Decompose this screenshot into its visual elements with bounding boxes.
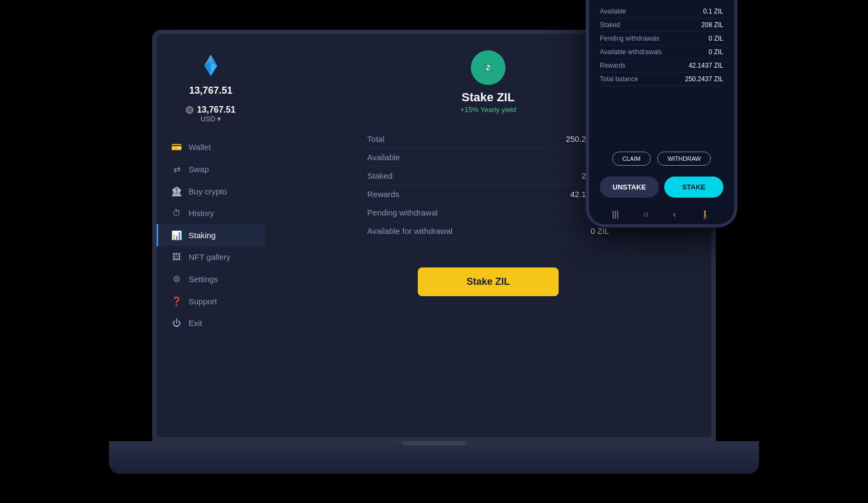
sidebar: 13,767.51 13,767.51 USD ▾ 💳 Wallet bbox=[157, 34, 265, 437]
main-navigation: 💳 Wallet ⇄ Swap 🏦 Buy crypto ⏱ History bbox=[157, 136, 265, 334]
phone-stat-total: Total balance 250.2437 ZIL bbox=[600, 73, 723, 86]
phone-stat-rewards: Rewards 42.1437 ZIL bbox=[600, 59, 723, 73]
sidebar-item-wallet[interactable]: 💳 Wallet bbox=[157, 136, 265, 158]
phone-overlay: 17:46 📶 🔋 ← Stakin bbox=[586, 0, 737, 227]
android-home-icon[interactable]: ○ bbox=[643, 210, 649, 219]
exit-icon: ⏻ bbox=[171, 318, 182, 328]
rewards-label: Rewards bbox=[367, 190, 399, 199]
stats-row-available-withdrawal: Available for withdrawal 0 ZIL bbox=[367, 222, 609, 240]
available-withdrawal-value: 0 ZIL bbox=[591, 226, 609, 236]
stats-row-staked: Staked 208 ZIL bbox=[367, 167, 609, 185]
sidebar-item-history-label: History bbox=[189, 208, 214, 218]
phone-stake-button[interactable]: STAKE bbox=[664, 177, 723, 198]
phone-shell: 17:46 📶 🔋 ← Stakin bbox=[586, 0, 737, 227]
stats-row-rewards: Rewards 42.144 ZIL bbox=[367, 185, 609, 204]
phone-claim-button[interactable]: CLAIM bbox=[612, 152, 651, 166]
phone-screen: 17:46 📶 🔋 ← Stakin bbox=[589, 0, 734, 224]
phone-stats: Available 0.1 ZIL Staked 208 ZIL Pending… bbox=[589, 2, 734, 146]
settings-icon: ⚙ bbox=[171, 274, 182, 284]
sidebar-item-exit[interactable]: ⏻ Exit bbox=[157, 312, 265, 334]
atomic-logo-icon bbox=[195, 50, 227, 83]
phone-stat-pending: Pending withdrawals 0 ZIL bbox=[600, 32, 723, 45]
android-back-icon[interactable]: ‹ bbox=[673, 210, 676, 219]
token-icon: Z bbox=[471, 50, 506, 85]
logo-area: 13,767.51 bbox=[189, 50, 232, 96]
wallet-icon: 💳 bbox=[171, 142, 182, 152]
balance-area: 13,767.51 USD ▾ bbox=[186, 105, 235, 123]
sidebar-item-swap-label: Swap bbox=[189, 165, 209, 174]
phone-bottom-buttons: UNSTAKE STAKE bbox=[589, 171, 734, 205]
staking-icon: 📊 bbox=[171, 230, 182, 240]
token-name: Stake ZIL bbox=[462, 90, 515, 104]
nft-icon: 🖼 bbox=[171, 252, 182, 262]
sidebar-item-nft-gallery[interactable]: 🖼 NFT gallery bbox=[157, 246, 265, 268]
stats-row-available: Available 0 ZIL bbox=[367, 148, 609, 167]
sidebar-item-settings[interactable]: ⚙ Settings bbox=[157, 268, 265, 290]
pending-label: Pending withdrawal bbox=[367, 208, 438, 217]
sidebar-item-wallet-label: Wallet bbox=[189, 142, 211, 152]
phone-stat-staked: Staked 208 ZIL bbox=[600, 18, 723, 32]
phone-withdraw-button[interactable]: WITHDRAW bbox=[657, 152, 711, 166]
staked-label: Staked bbox=[367, 171, 393, 180]
phone-android-nav: ||| ○ ‹ 🚶 bbox=[589, 205, 734, 224]
available-withdrawal-label: Available for withdrawal bbox=[367, 226, 452, 236]
sidebar-item-buy-crypto-label: Buy crypto bbox=[189, 187, 227, 196]
balance-dot-icon bbox=[186, 106, 193, 114]
svg-text:Z: Z bbox=[486, 63, 491, 72]
balance-amount: 13,767.51 bbox=[197, 105, 235, 115]
sidebar-item-history[interactable]: ⏱ History bbox=[157, 202, 265, 224]
phone-unstake-button[interactable]: UNSTAKE bbox=[600, 177, 659, 198]
sidebar-item-staking[interactable]: 📊 Staking bbox=[157, 224, 265, 246]
history-icon: ⏱ bbox=[171, 208, 182, 218]
stats-row-pending: Pending withdrawal 0 ZIL bbox=[367, 204, 609, 222]
laptop-base bbox=[109, 441, 759, 474]
phone-action-row: CLAIM WITHDRAW bbox=[589, 146, 734, 171]
available-label: Available bbox=[367, 153, 400, 162]
phone-stat-avail-withdrawal: Available withdrawals 0 ZIL bbox=[600, 45, 723, 59]
sidebar-item-exit-label: Exit bbox=[189, 318, 202, 328]
staking-stats: Total 250.244 ZIL Available 0 ZIL Staked… bbox=[367, 130, 609, 240]
sidebar-item-nft-gallery-label: NFT gallery bbox=[189, 252, 230, 262]
buy-crypto-icon: 🏦 bbox=[171, 186, 182, 197]
stake-zil-button[interactable]: Stake ZIL bbox=[418, 267, 559, 296]
stats-row-total: Total 250.244 ZIL bbox=[367, 130, 609, 148]
currency-selector[interactable]: USD ▾ bbox=[200, 115, 221, 123]
sidebar-item-support-label: Support bbox=[189, 297, 217, 306]
sidebar-item-buy-crypto[interactable]: 🏦 Buy crypto bbox=[157, 180, 265, 202]
sidebar-item-settings-label: Settings bbox=[189, 275, 218, 284]
android-menu-icon[interactable]: ||| bbox=[612, 210, 619, 219]
swap-icon: ⇄ bbox=[171, 164, 182, 174]
phone-stat-available: Available 0.1 ZIL bbox=[600, 5, 723, 18]
sidebar-item-staking-label: Staking bbox=[189, 231, 216, 240]
logo-name: 13,767.51 bbox=[189, 85, 232, 96]
sidebar-item-support[interactable]: ❓ Support bbox=[157, 290, 265, 312]
total-label: Total bbox=[367, 134, 385, 143]
sidebar-item-swap[interactable]: ⇄ Swap bbox=[157, 158, 265, 180]
token-yield: +15% Yearly yield bbox=[461, 106, 516, 114]
zil-logo-icon: Z bbox=[478, 58, 498, 77]
android-recent-icon[interactable]: 🚶 bbox=[700, 210, 711, 220]
action-buttons: Stake ZIL bbox=[287, 267, 690, 296]
support-icon: ❓ bbox=[171, 296, 182, 306]
